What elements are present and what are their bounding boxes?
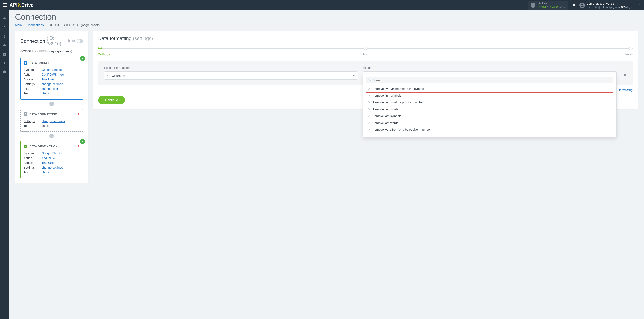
user-icon[interactable]	[3, 61, 6, 66]
radio-icon	[368, 115, 370, 117]
radio-icon	[368, 95, 370, 96]
field-select[interactable]: Column A ▾	[104, 72, 358, 80]
chevron-down-icon: ▾	[353, 74, 355, 77]
dropdown-option[interactable]: Remove everything before the symbol	[366, 85, 614, 92]
gear-icon[interactable]	[72, 39, 75, 43]
stage-number: 2	[24, 112, 27, 116]
user-menu[interactable]: demo_apix-drive_s2 Plan |Start| left unt…	[580, 2, 641, 9]
formatting-row: Field for formatting Column A ▾ Action -…	[98, 62, 632, 85]
action-dropdown: Remove everything before the symbol Remo…	[363, 74, 616, 137]
connection-card: Connection (ID: 38910) GOOGLE SHEETS -> …	[15, 31, 88, 183]
step-finish[interactable]: Finish	[454, 46, 632, 56]
actions-text: Actions: 25'161 of 50'000 (50%)	[538, 2, 566, 8]
radio-icon	[368, 102, 370, 103]
dropdown-option[interactable]: Remove word from end by position number	[366, 126, 614, 133]
source-system-link[interactable]: Google Sheets	[42, 68, 62, 72]
stage-data-destination: ✓ 3 DATA DESTINATION SystemGoogle Sheets…	[20, 141, 83, 178]
step-dot	[98, 46, 102, 50]
source-test-link[interactable]: check	[42, 91, 50, 96]
source-action-link[interactable]: Get ROWS (new)	[42, 72, 65, 77]
step-settings[interactable]: Settings	[98, 46, 276, 56]
add-stage-button[interactable]: +	[50, 102, 54, 106]
source-access-link[interactable]: Tina User	[42, 77, 54, 82]
field-value: Column A	[112, 74, 353, 77]
dropdown-option[interactable]: Remove first symbols	[366, 92, 614, 99]
dropdown-option[interactable]: Replace	[366, 133, 614, 134]
copy-icon[interactable]	[68, 39, 70, 43]
trash-icon[interactable]	[624, 73, 626, 80]
check-icon: ✓	[80, 56, 85, 61]
logo-x: X	[18, 2, 21, 8]
chevron-down-icon	[638, 3, 641, 7]
logo-drive: Drive	[22, 2, 34, 8]
breadcrumbs: Main / Connections / GOOGLE SHEETS -> (g…	[15, 23, 638, 27]
dropdown-list: Remove everything before the symbol Remo…	[366, 85, 614, 134]
radio-icon	[368, 108, 370, 110]
crumb-connections[interactable]: Connections	[27, 23, 44, 27]
step-test[interactable]: Test	[276, 46, 454, 56]
plan-line: Plan |Start| left until payment 359 days	[587, 6, 632, 9]
radio-icon	[368, 129, 370, 130]
hamburger-icon[interactable]: ☰	[3, 3, 7, 8]
radio-icon	[368, 122, 370, 124]
stage-data-formatting: 2 DATA FORMATTING Settingschange setting…	[20, 109, 83, 132]
bell-icon[interactable]	[572, 3, 576, 8]
source-settings-link[interactable]: change settings	[42, 82, 63, 86]
stage-number: 3	[24, 144, 27, 148]
action-label: Action	[363, 66, 616, 70]
user-lines: demo_apix-drive_s2 Plan |Start| left unt…	[587, 2, 632, 9]
dest-access-link[interactable]: Tina User	[42, 160, 54, 165]
dest-settings-link[interactable]: change settings	[42, 165, 63, 170]
format-settings-link[interactable]: change settings	[42, 119, 65, 123]
step-dot	[364, 46, 367, 50]
avatar-icon	[580, 3, 585, 8]
trash-icon[interactable]	[77, 144, 80, 148]
briefcase-icon[interactable]	[3, 44, 6, 48]
step-dot	[629, 46, 632, 50]
stage-data-source: ✓ 1 DATA SOURCE SystemGoogle Sheets Acti…	[20, 58, 83, 100]
conn-heading: Connection	[20, 38, 45, 44]
top-header: ☰ APIXDrive i Actions: 25'161 of 50'000 …	[0, 0, 644, 10]
logo-api: API	[10, 2, 18, 8]
conn-id: (ID: 38910)	[47, 36, 66, 46]
trash-icon[interactable]	[77, 112, 80, 116]
format-test-link: check	[42, 123, 50, 128]
dropdown-search	[366, 77, 614, 83]
username: demo_apix-drive_s2	[587, 2, 632, 6]
stage-title: DATA SOURCE	[29, 62, 50, 65]
help-icon[interactable]	[3, 70, 6, 75]
dropdown-option[interactable]: Remove first word by position number	[366, 99, 614, 106]
connection-header: Connection (ID: 38910)	[20, 36, 83, 46]
page-title: Connection	[15, 12, 638, 22]
add-stage-button[interactable]: +	[50, 134, 54, 138]
enable-toggle[interactable]	[76, 39, 83, 43]
dropdown-option[interactable]: Remove last words	[366, 120, 614, 126]
dropdown-option[interactable]: Remove first words	[366, 106, 614, 113]
info-icon: i	[530, 3, 536, 8]
search-input[interactable]	[372, 78, 612, 82]
crumb-main[interactable]: Main	[15, 23, 22, 27]
left-sidebar	[0, 10, 9, 183]
stage-number: 1	[24, 61, 27, 65]
dollar-icon[interactable]	[4, 35, 6, 39]
dest-action-link[interactable]: Add ROW	[42, 156, 56, 160]
home-icon[interactable]	[3, 17, 6, 22]
scrollbar[interactable]	[613, 94, 614, 118]
radio-icon	[107, 75, 109, 76]
radio-icon	[368, 88, 370, 90]
sitemap-icon[interactable]	[3, 26, 6, 30]
logo[interactable]: APIXDrive	[10, 2, 34, 8]
dest-system-link[interactable]: Google Sheets	[42, 151, 62, 156]
dest-test-link[interactable]: check	[42, 170, 50, 174]
formatting-panel: Data formatting (settings) Settings Test…	[93, 31, 638, 109]
stage-title: DATA DESTINATION	[29, 145, 58, 148]
check-icon: ✓	[80, 139, 85, 144]
source-filter-link[interactable]: change filter	[42, 86, 58, 91]
actions-badge[interactable]: i Actions: 25'161 of 50'000 (50%)	[528, 1, 568, 10]
continue-button[interactable]: Continue	[98, 96, 125, 104]
dropdown-option[interactable]: Remove last symbols	[366, 112, 614, 120]
youtube-icon[interactable]	[3, 53, 6, 57]
search-icon	[368, 78, 371, 82]
stage-title: DATA FORMATTING	[29, 112, 57, 116]
field-label: Field for formatting	[104, 66, 358, 70]
